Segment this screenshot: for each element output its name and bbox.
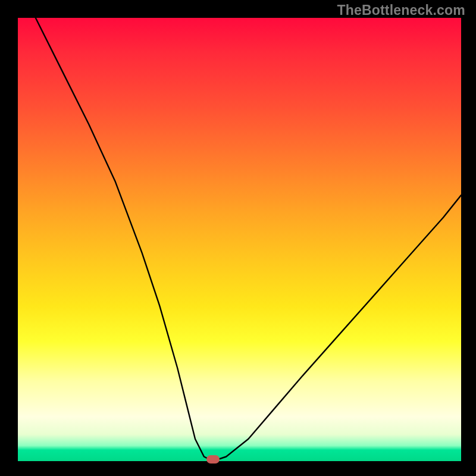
watermark-text: TheBottleneck.com — [337, 2, 465, 18]
curve-path — [36, 18, 461, 461]
chart-container: TheBottleneck.com — [0, 0, 476, 476]
bottleneck-curve — [18, 18, 461, 461]
optimum-marker — [206, 455, 220, 464]
plot-area — [18, 18, 461, 461]
